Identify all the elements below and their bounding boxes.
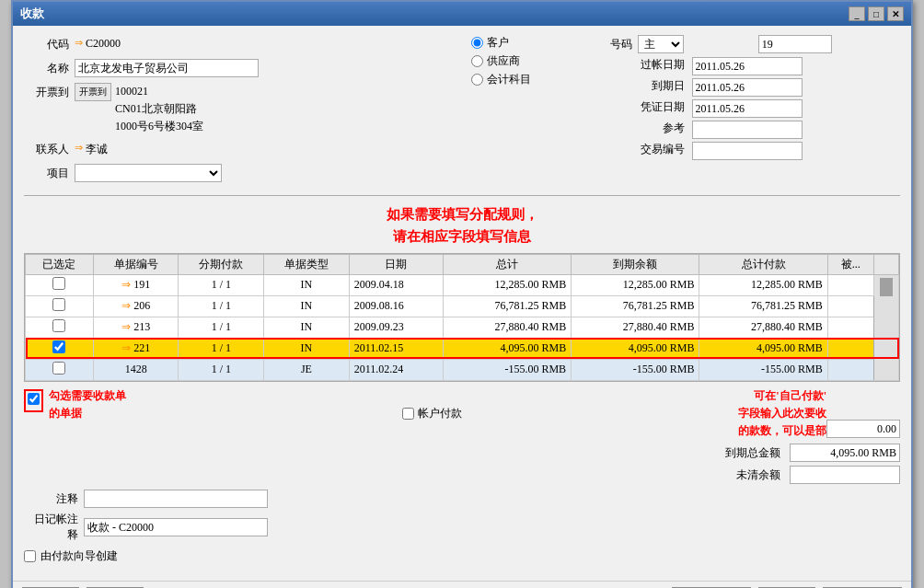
code-row: 代码 ⇒ C20000 (24, 35, 453, 55)
th-scrollbar (874, 254, 899, 274)
divider-1 (24, 195, 900, 196)
documents-table: 已选定 单据编号 分期付款 单据类型 日期 总计 到期余额 总计付款 被... (25, 254, 899, 381)
radio-account[interactable] (471, 74, 483, 86)
due-date-input[interactable] (692, 78, 803, 97)
td-installment-2: 1 / 1 (179, 317, 264, 338)
invoice-dropdown-btn[interactable]: 开票到 (75, 83, 111, 101)
td-misc-3 (827, 338, 873, 359)
annotation-checkbox[interactable] (28, 393, 40, 405)
td-arrow-1: ⇒ 206 (93, 295, 179, 317)
table-row: ⇒ 213 1 / 1 IN 2009.09.23 27,880.40 RMB … (26, 317, 899, 338)
td-total-3: 4,095.00 RMB (443, 338, 571, 359)
radio-account-item: 会计科目 (471, 72, 531, 87)
close-button[interactable]: ✕ (887, 6, 904, 21)
project-row: 项目 (24, 164, 453, 184)
contact-value: 李诚 (86, 140, 108, 157)
name-row: 名称 (24, 59, 453, 79)
td-selected-4 (26, 359, 94, 380)
annotation-block: 如果需要填写分配规则， 请在相应字段填写信息 (24, 203, 900, 248)
maximize-button[interactable]: □ (868, 6, 884, 21)
outstanding-input[interactable] (790, 466, 900, 484)
note-label: 注释 (24, 491, 84, 507)
num-type-select[interactable]: 主 (638, 35, 684, 53)
td-due-2: 27,880.40 RMB (572, 317, 699, 338)
td-doctype-0: IN (264, 274, 350, 295)
td-due-1: 76,781.25 RMB (572, 295, 699, 317)
outstanding-label: 未清余额 (736, 467, 780, 483)
contact-row: 联系人 ⇒ 李诚 (24, 140, 453, 160)
td-arrow-0: ⇒ 191 (93, 274, 179, 295)
td-installment-0: 1 / 1 (179, 274, 264, 295)
title-bar-buttons: _ □ ✕ (849, 6, 904, 21)
outstanding-row: 未清余额 (24, 466, 900, 484)
due-total-input[interactable] (790, 444, 900, 462)
checkbox-0[interactable] (52, 277, 65, 290)
ref-input[interactable] (692, 121, 803, 139)
journal-note-input[interactable] (84, 518, 268, 536)
td-selected-3 (26, 338, 94, 359)
note-input[interactable] (84, 490, 268, 508)
arrow-icon-2: ⇒ (121, 320, 131, 333)
notes-section: 注释 日记帐注释 (24, 490, 900, 543)
checkbox-4[interactable] (52, 362, 65, 375)
radio-customer[interactable] (471, 37, 483, 49)
doc-date-input[interactable] (692, 99, 803, 118)
form-left: 代码 ⇒ C20000 名称 开票到 开票到 100021 (24, 35, 453, 188)
project-select[interactable] (75, 164, 222, 182)
due-total-label: 到期总金额 (725, 445, 780, 461)
table-annotations: 勾选需要收款单的单据 帐户付款 可在'自己付款'字段输入此次要收的款数，可以是部 (24, 387, 900, 441)
footer-bar: 添加 取消 取消全选 全选 依次添加 (13, 581, 911, 588)
by-payment-row: 由付款向导创建 (24, 548, 900, 564)
checkbox-2[interactable] (52, 319, 65, 332)
num-input[interactable] (758, 35, 832, 53)
table-row-highlighted: ⇒ 221 1 / 1 IN 2011.02.15 4,095.00 RMB 4… (26, 338, 899, 359)
th-due-balance: 到期余额 (572, 254, 699, 274)
td-date-2: 2009.09.23 (349, 317, 443, 338)
scrollbar-track[interactable] (874, 274, 899, 380)
td-date-1: 2009.08.16 (349, 295, 443, 317)
table-row: ⇒ 206 1 / 1 IN 2009.08.16 76,781.25 RMB … (26, 295, 899, 317)
td-misc-0 (827, 274, 873, 295)
name-input[interactable] (75, 59, 259, 77)
td-arrow-4: 1428 (93, 359, 179, 380)
left-annotation-group: 勾选需要收款单的单据 (24, 387, 126, 441)
due-date-label: 到期日 (542, 78, 685, 97)
th-installment: 分期付款 (179, 254, 264, 274)
td-selected-0 (26, 274, 94, 295)
td-misc-2 (827, 317, 873, 338)
due-total-row: 到期总金额 (24, 444, 900, 462)
radio-customer-item: 客户 (471, 35, 531, 51)
th-doc-type: 单据类型 (264, 254, 350, 274)
table-row: 1428 1 / 1 JE 2011.02.24 -155.00 RMB -15… (26, 359, 899, 380)
radio-group: 客户 供应商 会计科目 (471, 35, 531, 87)
td-payment-3: 4,095.00 RMB (699, 338, 827, 359)
minimize-button[interactable]: _ (849, 6, 865, 21)
address-line1: 100021 (115, 83, 203, 100)
td-misc-1 (827, 295, 873, 317)
td-date-3: 2011.02.15 (349, 338, 443, 359)
posting-date-input[interactable] (692, 57, 803, 75)
address-line3: 1000号6号楼304室 (115, 118, 203, 135)
account-payment-checkbox[interactable] (402, 408, 414, 420)
checkbox-1[interactable] (52, 298, 65, 311)
scrollbar-thumb[interactable] (880, 278, 893, 296)
th-total: 总计 (443, 254, 571, 274)
txn-input[interactable] (692, 142, 803, 160)
radio-customer-label: 客户 (487, 35, 509, 51)
td-total-4: -155.00 RMB (443, 359, 571, 380)
num-type-row: 主 (638, 35, 752, 53)
td-payment-2: 27,880.40 RMB (699, 317, 827, 338)
radio-supplier[interactable] (471, 55, 483, 67)
td-due-4: -155.00 RMB (572, 359, 699, 380)
td-arrow-2: ⇒ 213 (93, 317, 179, 338)
invoice-dropdown[interactable]: 开票到 (75, 83, 111, 101)
account-payment-row: 帐户付款 (126, 387, 738, 441)
doc-date-label: 凭证日期 (542, 99, 685, 118)
self-payment-input[interactable] (826, 420, 900, 438)
by-payment-checkbox[interactable] (24, 550, 36, 562)
td-installment-1: 1 / 1 (179, 295, 264, 317)
checkbox-3[interactable] (52, 340, 65, 353)
main-window: 收款 _ □ ✕ 代码 ⇒ C20000 名称 开票到 (11, 0, 913, 588)
contact-label: 联系人 (24, 140, 75, 157)
self-payment-value (826, 387, 900, 441)
